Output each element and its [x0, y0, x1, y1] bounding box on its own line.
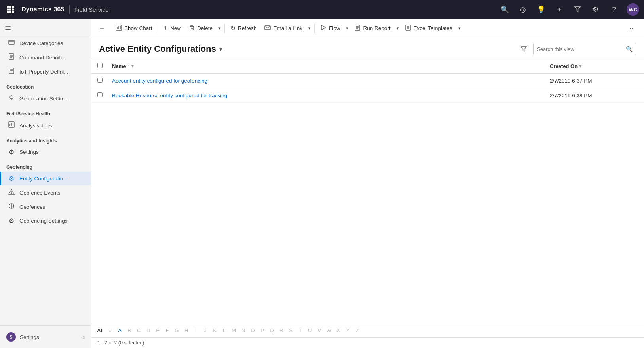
new-button[interactable]: + New [160, 21, 185, 36]
filter-icon-btn[interactable] [572, 4, 583, 15]
row2-checkbox[interactable] [97, 92, 103, 97]
bulb-icon-btn[interactable]: 💡 [536, 4, 547, 15]
search-box-icon[interactable]: 🔍 [623, 46, 636, 52]
alpha-nav-item-b: B [125, 327, 133, 334]
row2-created-on-cell: 2/7/2019 6:38 PM [545, 88, 644, 103]
flow-button[interactable]: Flow [316, 21, 344, 36]
alpha-nav-item-p: P [258, 327, 266, 334]
alpha-nav-item-q: Q [268, 327, 276, 334]
more-options-button[interactable]: ⋯ [626, 24, 639, 33]
status-text: 1 - 2 of 2 (0 selected) [97, 340, 144, 346]
sidebar-label-iot-property: IoT Property Defini... [19, 69, 68, 75]
sidebar-item-geofences[interactable]: Geofences [0, 200, 91, 214]
cmd-divider-2 [224, 24, 225, 33]
show-chart-icon [116, 25, 122, 32]
new-icon: + [164, 24, 168, 32]
sidebar-bottom-settings[interactable]: S Settings ◁ [0, 329, 91, 345]
geofence-events-icon [8, 189, 15, 197]
row1-check-col [91, 74, 107, 88]
alpha-nav-item-l: L [220, 327, 228, 334]
target-icon-btn[interactable]: ◎ [517, 4, 528, 15]
run-report-dropdown-chevron[interactable]: ▾ [395, 21, 401, 36]
show-chart-button[interactable]: Show Chart [112, 21, 156, 36]
row1-name-link[interactable]: Account entity configured for geofencing [112, 78, 207, 84]
sidebar-label-analysis-jobs: Analysis Jobs [19, 123, 52, 129]
delete-dropdown-chevron[interactable]: ▾ [217, 21, 223, 36]
alpha-nav-item-o: O [249, 327, 257, 334]
alpha-nav-item-x: X [334, 327, 342, 334]
row1-checkbox[interactable] [97, 78, 103, 83]
content-area: ← Show Chart + New Delete ▾ [91, 19, 644, 348]
sidebar-item-geofencing-settings[interactable]: ⚙ Geofencing Settings [0, 214, 91, 228]
view-title-chevron-icon[interactable]: ▾ [219, 46, 222, 52]
row1-name-cell: Account entity configured for geofencing [107, 74, 545, 88]
sidebar-item-iot-property[interactable]: IoT Property Defini... [0, 64, 91, 79]
alpha-nav-item-f: F [163, 327, 171, 334]
geofences-icon [8, 203, 15, 211]
name-sort-asc-icon[interactable]: ↑ [127, 64, 130, 68]
app-title: Dynamics 365 [21, 6, 65, 13]
sidebar-item-device-categories[interactable]: Device Categories [0, 36, 91, 50]
sidebar-item-analytics-settings[interactable]: ⚙ Settings [0, 145, 91, 159]
svg-rect-36 [190, 26, 194, 30]
col-created-on-label: Created On [550, 63, 578, 69]
row2-name-link[interactable]: Bookable Resource entity configured for … [112, 93, 227, 98]
excel-dropdown-chevron[interactable]: ▾ [456, 21, 463, 36]
alpha-nav-item-#: # [106, 327, 114, 334]
settings-icon-btn[interactable]: ⚙ [590, 4, 601, 15]
excel-templates-label: Excel Templates [414, 25, 452, 31]
select-all-checkbox[interactable] [97, 63, 103, 68]
svg-rect-3 [7, 9, 9, 11]
help-icon-btn[interactable]: ? [608, 4, 619, 15]
alpha-nav-item-all[interactable]: All [96, 327, 105, 334]
sidebar-item-geofence-events[interactable]: Geofence Events [0, 185, 91, 200]
search-input[interactable] [534, 46, 623, 52]
analysis-jobs-icon [8, 121, 15, 129]
excel-icon [405, 25, 411, 32]
search-icon-btn[interactable]: 🔍 [499, 4, 510, 15]
svg-rect-1 [9, 6, 11, 8]
analytics-settings-icon: ⚙ [8, 148, 15, 156]
alpha-nav-item-s: S [287, 327, 295, 334]
user-avatar[interactable]: WC [627, 3, 639, 16]
email-link-button[interactable]: Email a Link [260, 21, 306, 36]
back-button[interactable]: ← [96, 22, 108, 35]
alpha-nav-item-u: U [306, 327, 314, 334]
sidebar-label-geofencing-settings: Geofencing Settings [19, 218, 68, 224]
section-header-geolocation: Geolocation [0, 79, 91, 91]
sidebar-item-analysis-jobs[interactable]: Analysis Jobs [0, 118, 91, 132]
excel-templates-button[interactable]: Excel Templates [401, 21, 456, 36]
sidebar-item-entity-config[interactable]: ⚙ Entity Configuratio... [0, 172, 91, 185]
sidebar-item-geolocation-settings[interactable]: Geolocation Settin... [0, 91, 91, 106]
alpha-nav-item-a[interactable]: A [116, 327, 124, 334]
col-name: Name ↑ ▾ [107, 59, 545, 74]
view-filter-icon[interactable] [517, 43, 530, 55]
created-on-col-chevron[interactable]: ▾ [579, 64, 581, 69]
sidebar-bottom: S Settings ◁ [0, 325, 91, 348]
run-report-button[interactable]: Run Report [350, 21, 394, 36]
section-header-geofencing: Geofencing [0, 159, 91, 172]
run-report-icon [354, 25, 361, 32]
email-dropdown-chevron[interactable]: ▾ [306, 21, 313, 36]
apps-grid-icon[interactable] [5, 4, 16, 15]
refresh-button[interactable]: ↻ Refresh [226, 21, 260, 36]
table-row: Bookable Resource entity configured for … [91, 88, 644, 103]
row2-check-col [91, 88, 107, 103]
settings-chevron-icon: ◁ [81, 335, 84, 340]
top-bar: Dynamics 365 Field Service 🔍 ◎ 💡 + ⚙ ? W… [0, 0, 644, 19]
sidebar-item-command-def[interactable]: Command Definiti... [0, 50, 91, 64]
svg-rect-0 [7, 6, 9, 8]
flow-dropdown-chevron[interactable]: ▾ [344, 21, 350, 36]
sidebar-bottom-settings-label: Settings [20, 334, 39, 340]
command-def-icon [8, 53, 15, 61]
sidebar-label-geolocation-settings: Geolocation Settin... [19, 96, 68, 102]
hamburger-icon[interactable]: ☰ [5, 23, 11, 32]
svg-rect-10 [9, 40, 14, 44]
alpha-nav-item-e: E [154, 327, 162, 334]
delete-button[interactable]: Delete [185, 21, 217, 36]
name-col-chevron[interactable]: ▾ [131, 64, 134, 69]
search-box: 🔍 [533, 43, 636, 55]
plus-icon-btn[interactable]: + [554, 4, 565, 15]
col-name-label: Name [112, 63, 126, 69]
view-header-right: 🔍 [517, 43, 636, 55]
